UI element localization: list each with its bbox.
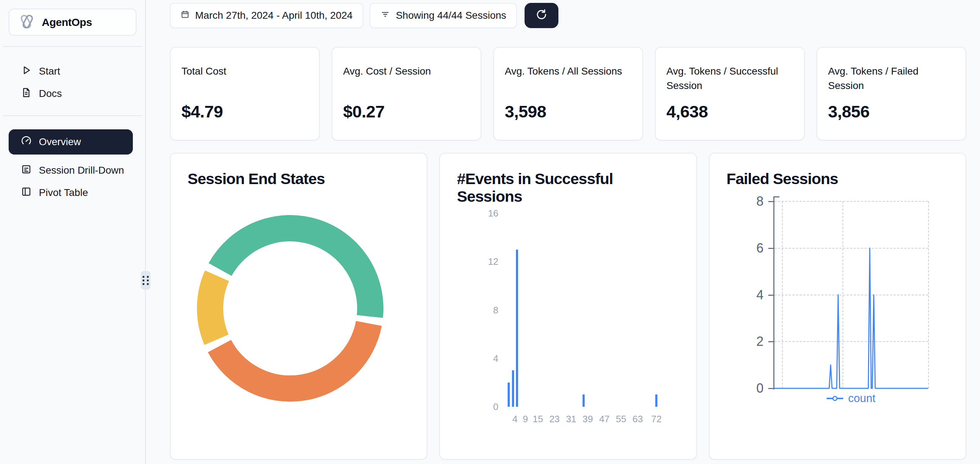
session-filter-button[interactable]: Showing 44/44 Sessions xyxy=(370,3,517,28)
donut-segment-indeterminate xyxy=(210,276,217,340)
calendar-icon xyxy=(181,10,189,21)
count-series-line xyxy=(774,248,928,388)
donut-segment-fail xyxy=(220,324,369,389)
stat-value: 4,638 xyxy=(667,102,708,121)
app-root: AgentOps Start xyxy=(0,0,980,464)
y-tick-label: 12 xyxy=(473,256,498,267)
donut-segment-success xyxy=(220,228,370,316)
date-range-label: March 27th, 2024 - April 10th, 2024 xyxy=(195,10,352,21)
stats-row: Total Cost $4.79 Avg. Cost / Session $0.… xyxy=(170,47,966,140)
failed-sessions-line-chart xyxy=(774,197,929,389)
gauge-icon xyxy=(21,136,32,149)
date-range-button[interactable]: March 27th, 2024 - April 10th, 2024 xyxy=(170,3,363,28)
y-tick-mark xyxy=(768,248,773,249)
filter-icon xyxy=(380,10,390,22)
histogram-bar xyxy=(512,370,514,407)
list-icon xyxy=(21,164,32,177)
histogram-bar xyxy=(582,394,585,407)
sidebar-nav-main: Overview Session Drill-Down xyxy=(0,116,145,204)
y-tick-mark xyxy=(768,295,773,296)
sidebar-item-overview[interactable]: Overview xyxy=(9,129,133,155)
y-tick-label: 0 xyxy=(741,381,764,395)
stat-value: 3,598 xyxy=(505,102,546,121)
failed-sessions-card: Failed Sessions count 02468 xyxy=(709,153,966,460)
toolbar: March 27th, 2024 - April 10th, 2024 Show… xyxy=(170,3,966,28)
y-tick-label: 6 xyxy=(741,241,764,255)
y-tick-mark xyxy=(768,341,773,342)
sidebar: AgentOps Start xyxy=(0,0,146,464)
y-tick-label: 4 xyxy=(473,353,498,364)
stat-label: Total Cost xyxy=(181,64,300,78)
session-end-states-card: Session End States Success Fail Indeterm… xyxy=(170,153,427,460)
sidebar-item-session-drill-down[interactable]: Session Drill-Down xyxy=(0,159,145,182)
y-tick-mark xyxy=(768,201,773,202)
stat-value: $4.79 xyxy=(181,102,223,121)
refresh-icon xyxy=(535,8,548,24)
stat-card-total-cost: Total Cost $4.79 xyxy=(170,47,320,140)
paperclip-logo-icon xyxy=(18,13,35,31)
sidebar-item-start[interactable]: Start xyxy=(0,60,145,83)
stat-label: Avg. Cost / Session xyxy=(343,64,462,78)
columns-icon xyxy=(21,186,32,199)
line-legend: count xyxy=(774,392,928,405)
grip-dots-icon xyxy=(143,276,149,285)
sidebar-item-docs[interactable]: Docs xyxy=(0,83,145,105)
y-tick-label: 8 xyxy=(473,305,498,316)
y-tick-label: 2 xyxy=(741,334,764,349)
sidebar-item-label: Overview xyxy=(39,136,81,148)
brand-logo[interactable]: AgentOps xyxy=(9,9,137,36)
y-tick-mark xyxy=(768,388,773,389)
document-icon xyxy=(21,87,32,100)
sidebar-resize-handle[interactable] xyxy=(141,271,151,290)
sidebar-nav-top: Start Docs xyxy=(0,47,145,105)
sidebar-item-label: Pivot Table xyxy=(39,187,88,198)
stat-card-avg-cost-session: Avg. Cost / Session $0.27 xyxy=(332,47,481,140)
refresh-button[interactable] xyxy=(525,3,558,28)
histogram-bar xyxy=(516,250,518,407)
legend-line-marker-icon xyxy=(827,395,843,402)
play-icon xyxy=(21,65,32,78)
brand-name: AgentOps xyxy=(42,16,92,29)
stat-card-avg-tokens-all: Avg. Tokens / All Sessions 3,598 xyxy=(493,47,643,140)
y-tick-label: 0 xyxy=(473,401,498,413)
sidebar-item-label: Docs xyxy=(39,88,62,99)
charts-row: Session End States Success Fail Indeterm… xyxy=(170,153,966,460)
stat-value: 3,856 xyxy=(828,102,869,121)
y-tick-label: 8 xyxy=(741,194,764,209)
stat-card-avg-tokens-failed: Avg. Tokens / Failed Session 3,856 xyxy=(816,47,966,140)
chart-title: Failed Sessions xyxy=(727,170,838,188)
events-histogram-card: #Events in Successful Sessions 048121649… xyxy=(439,153,697,460)
stat-label: Avg. Tokens / Successful Session xyxy=(667,64,785,93)
donut-chart xyxy=(171,153,427,460)
main-content: March 27th, 2024 - April 10th, 2024 Show… xyxy=(146,0,980,464)
legend-label: count xyxy=(848,392,876,405)
stat-value: $0.27 xyxy=(343,102,385,121)
histogram-bar xyxy=(508,383,510,407)
chart-title: #Events in Successful Sessions xyxy=(457,170,666,206)
sidebar-item-pivot-table[interactable]: Pivot Table xyxy=(0,182,145,204)
sidebar-item-label: Session Drill-Down xyxy=(39,165,124,176)
y-tick-label: 4 xyxy=(741,288,764,302)
stat-label: Avg. Tokens / All Sessions xyxy=(505,64,624,78)
sidebar-item-label: Start xyxy=(39,65,60,77)
stat-card-avg-tokens-successful: Avg. Tokens / Successful Session 4,638 xyxy=(655,47,805,140)
x-tick-label: 72 xyxy=(643,413,669,425)
session-filter-label: Showing 44/44 Sessions xyxy=(396,10,506,21)
y-tick-label: 16 xyxy=(473,207,498,219)
stat-label: Avg. Tokens / Failed Session xyxy=(828,64,947,93)
histogram-bar xyxy=(655,394,657,407)
